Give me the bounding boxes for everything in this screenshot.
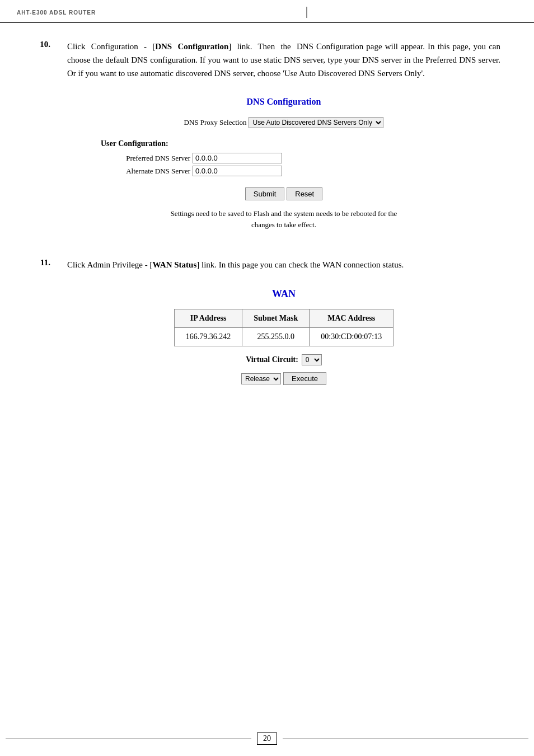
wan-section: WAN IP Address Subnet Mask MAC Address <box>67 283 500 391</box>
wan-title: WAN <box>67 288 500 300</box>
dns-proxy-label: DNS Proxy Selection <box>184 118 247 127</box>
step-10-content: Click Configuration - [DNS Configuration… <box>67 40 500 236</box>
release-select[interactable]: Release <box>241 373 281 384</box>
main-content: 10. Click Configuration - [DNS Configura… <box>0 23 534 447</box>
save-note: Settings need to be saved to Flash and t… <box>67 208 500 230</box>
page-container: AHT-E300 ADSL ROUTER 10. Click Configura… <box>0 0 534 756</box>
dns-config-section: DNS Configuration DNS Proxy Selection Us… <box>67 91 500 236</box>
alternate-dns-row: Alternate DNS Server <box>101 166 282 176</box>
header-logo: AHT-E300 ADSL ROUTER <box>17 10 96 16</box>
wan-mac-value: 00:30:CD:00:07:13 <box>310 328 394 346</box>
footer: 20 <box>0 732 534 745</box>
header-divider <box>96 7 517 18</box>
preferred-dns-row: Preferred DNS Server <box>101 153 282 163</box>
user-config-title: User Configuration: <box>101 139 168 148</box>
footer-right-line <box>283 739 528 739</box>
step-10-text: Click Configuration - [DNS Configuration… <box>67 40 500 80</box>
release-row: Release Execute <box>67 372 500 385</box>
step-10-bold: DNS Configuration <box>155 42 228 51</box>
step-11-content: Click Admin Privilege - [WAN Status] lin… <box>67 258 500 391</box>
vc-label: Virtual Circuit: <box>246 355 298 364</box>
wan-ip-value: 166.79.36.242 <box>174 328 242 346</box>
preferred-dns-label: Preferred DNS Server <box>101 154 190 163</box>
header: AHT-E300 ADSL ROUTER <box>0 0 534 23</box>
submit-button[interactable]: Submit <box>245 187 284 200</box>
dns-buttons-row: Submit Reset <box>67 187 500 200</box>
user-config-section: User Configuration: Preferred DNS Server… <box>67 139 500 179</box>
wan-table-container: IP Address Subnet Mask MAC Address 166.7… <box>67 309 500 346</box>
reset-button[interactable]: Reset <box>287 187 322 200</box>
step-11-text: Click Admin Privilege - [WAN Status] lin… <box>67 258 500 271</box>
page-number: 20 <box>257 732 277 745</box>
wan-subnet-value: 255.255.0.0 <box>242 328 310 346</box>
dns-proxy-row: DNS Proxy Selection Use Auto Discovered … <box>67 117 500 128</box>
wan-table-header-row: IP Address Subnet Mask MAC Address <box>174 309 393 328</box>
vc-select[interactable]: 0 <box>302 354 322 365</box>
step-11-number: 11. <box>34 258 56 391</box>
dns-proxy-select[interactable]: Use Auto Discovered DNS Servers Only <box>249 117 383 128</box>
step-11-section: 11. Click Admin Privilege - [WAN Status]… <box>34 258 500 391</box>
alternate-dns-label: Alternate DNS Server <box>101 167 190 176</box>
step-11-bold: WAN Status <box>152 260 196 269</box>
preferred-dns-input[interactable] <box>193 153 282 163</box>
wan-col-mac: MAC Address <box>310 309 394 328</box>
wan-table-row: 166.79.36.242 255.255.0.0 00:30:CD:00:07… <box>174 328 393 346</box>
header-line <box>306 7 307 18</box>
step-10-section: 10. Click Configuration - [DNS Configura… <box>34 40 500 236</box>
dns-config-title: DNS Configuration <box>67 97 500 107</box>
wan-table: IP Address Subnet Mask MAC Address 166.7… <box>174 309 394 346</box>
execute-button[interactable]: Execute <box>283 372 326 385</box>
step-10-number: 10. <box>34 40 56 236</box>
wan-col-subnet: Subnet Mask <box>242 309 310 328</box>
alternate-dns-input[interactable] <box>193 166 282 176</box>
virtual-circuit-row: Virtual Circuit: 0 <box>67 354 500 365</box>
wan-col-ip: IP Address <box>174 309 242 328</box>
footer-left-line <box>6 739 251 739</box>
